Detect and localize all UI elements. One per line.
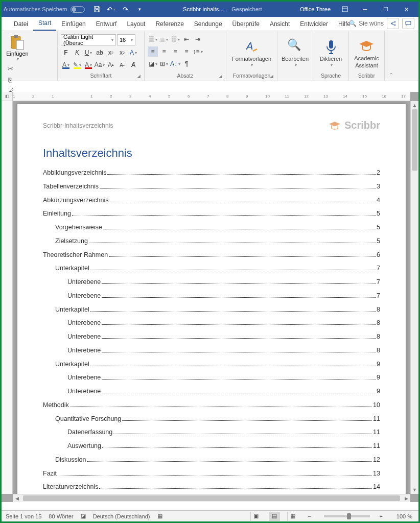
change-case-button[interactable]: Aa▾ — [95, 60, 105, 70]
align-center-button[interactable]: ≡ — [159, 46, 169, 57]
view-print-layout-icon[interactable]: ▤ — [269, 512, 280, 521]
undo-icon[interactable]: ↶▾ — [106, 4, 116, 14]
decrease-indent-button[interactable]: ⇤ — [181, 34, 192, 44]
toc-entry[interactable]: Methodik 10 — [43, 400, 380, 410]
copy-icon[interactable]: ⎘ — [5, 75, 16, 85]
toc-entry[interactable]: Unterebene 9 — [43, 373, 380, 383]
maximize-icon[interactable]: ☐ — [376, 2, 396, 17]
status-language[interactable]: Deutsch (Deutschland) — [93, 513, 150, 519]
status-macro-icon[interactable]: ▦ — [157, 513, 162, 519]
toc-entry[interactable]: Zielsetzung 5 — [43, 236, 380, 246]
table-of-contents[interactable]: Abbildungsverzeichnis 2Tabellenverzeichn… — [43, 168, 380, 494]
toc-entry[interactable]: Unterebene 7 — [43, 277, 380, 287]
toc-entry[interactable]: Diskussion 12 — [43, 455, 380, 465]
scroll-left-icon[interactable]: ◀ — [13, 494, 21, 502]
zoom-level[interactable]: 100 % — [396, 513, 412, 519]
toc-entry[interactable]: Literaturverzeichnis 14 — [43, 482, 380, 492]
editing-button[interactable]: 🔍 Bearbeiten ▾ — [282, 38, 309, 67]
share-button[interactable] — [387, 18, 399, 29]
collapse-ribbon-icon[interactable]: ⌃ — [385, 31, 397, 81]
horizontal-scrollbar[interactable]: ◀ ▶ — [13, 494, 410, 502]
redo-icon[interactable]: ↷ — [121, 4, 131, 14]
toggle-switch-icon[interactable] — [71, 6, 85, 13]
vertical-scrollbar[interactable]: ▲ ▼ — [410, 101, 418, 494]
subscript-button[interactable]: x2 — [106, 47, 116, 58]
increase-indent-button[interactable]: ⇥ — [193, 34, 203, 44]
zoom-slider[interactable] — [324, 515, 370, 517]
academic-assistant-button[interactable]: Academic Assistant — [354, 38, 379, 68]
tab-entwickler[interactable]: Entwickler — [295, 18, 333, 31]
scrollbar-thumb[interactable] — [412, 109, 417, 171]
superscript-button[interactable]: x2 — [117, 47, 127, 58]
scroll-right-icon[interactable]: ▶ — [402, 494, 410, 502]
ruler-corner[interactable]: ◧ — [2, 92, 13, 101]
grow-font-button[interactable]: A▴ — [106, 60, 116, 70]
toc-entry[interactable]: Unterebene 9 — [43, 387, 380, 396]
toc-entry[interactable]: Unterkapitel 7 — [43, 264, 380, 273]
tab-start[interactable]: Start — [33, 17, 56, 31]
toc-entry[interactable]: Unterkapitel 9 — [43, 360, 380, 369]
tab-ansicht[interactable]: Ansicht — [265, 18, 295, 31]
sort-button[interactable]: A↓▾ — [170, 59, 180, 69]
highlight-button[interactable]: ✎▾ — [72, 60, 82, 70]
status-word-count[interactable]: 80 Wörter — [49, 513, 73, 519]
view-web-layout-icon[interactable]: ▦ — [287, 512, 298, 521]
toc-entry[interactable]: Unterkapitel 8 — [43, 305, 380, 315]
user-label[interactable]: Office Three — [300, 6, 331, 12]
clear-formatting-button[interactable]: A̸ — [128, 60, 138, 70]
comments-button[interactable] — [402, 18, 414, 29]
tab-einfugen[interactable]: Einfügen — [56, 18, 90, 31]
qat-customize-icon[interactable]: ▾ — [135, 4, 145, 14]
dialog-launcher-icon[interactable]: ◢ — [269, 74, 274, 79]
borders-button[interactable]: ⊞▾ — [159, 59, 169, 69]
scroll-up-icon[interactable]: ▲ — [411, 101, 418, 109]
tab-sendungen[interactable]: Sendunge — [189, 18, 227, 31]
font-fill-button[interactable]: A▾ — [61, 60, 71, 70]
zoom-slider-handle[interactable] — [347, 513, 351, 519]
numbering-button[interactable]: ≣▾ — [159, 34, 169, 44]
tell-me-search[interactable]: 🔍 Sie wüns — [349, 20, 384, 27]
align-right-button[interactable]: ≡ — [170, 46, 180, 57]
shrink-font-button[interactable]: A▾ — [117, 60, 127, 70]
scroll-down-icon[interactable]: ▼ — [411, 486, 418, 494]
toc-entry[interactable]: Theoretischer Rahmen 6 — [43, 250, 380, 260]
paste-button[interactable]: Einfügen ▾ — [5, 34, 30, 61]
tab-datei[interactable]: Datei — [9, 18, 33, 31]
scrollbar-thumb[interactable] — [23, 495, 400, 501]
autosave-toggle[interactable]: Automatisches Speichern — [4, 6, 85, 13]
toc-entry[interactable]: Unterebene 8 — [43, 332, 380, 342]
toc-entry[interactable]: Abkürzungsverzeichnis 4 — [43, 196, 380, 205]
page-viewport[interactable]: Scribbr-Inhaltsverzeichnis Scribbr Inhal… — [13, 101, 410, 494]
shading-button[interactable]: ◪▾ — [148, 59, 158, 69]
tab-referenzen[interactable]: Referenze — [150, 18, 189, 31]
cut-icon[interactable]: ✂ — [5, 63, 16, 74]
underline-button[interactable]: U▾ — [83, 47, 94, 58]
strikethrough-button[interactable]: ab — [95, 47, 105, 58]
text-effects-button[interactable]: A▾ — [128, 47, 138, 58]
toc-entry[interactable]: Einleitung 5 — [43, 209, 380, 219]
align-left-button[interactable]: ≡ — [148, 46, 158, 57]
toc-entry[interactable]: Unterebene 7 — [43, 291, 380, 301]
bullets-button[interactable]: ☰▾ — [148, 34, 158, 44]
toc-entry[interactable]: Quantitative Forschung 11 — [43, 414, 380, 424]
horizontal-ruler[interactable]: 121123456789101112131415161718 — [2, 92, 410, 101]
font-color-button[interactable]: A▾ — [83, 60, 94, 70]
tab-layout[interactable]: Layout — [122, 18, 150, 31]
close-icon[interactable]: ✕ — [396, 2, 416, 17]
line-spacing-button[interactable]: ↕≡▾ — [193, 46, 203, 57]
show-marks-button[interactable]: ¶ — [181, 59, 192, 69]
toc-entry[interactable]: Fazit 13 — [43, 469, 380, 479]
bold-button[interactable]: F — [61, 47, 71, 58]
tab-uberprufen[interactable]: Überprüfe — [227, 18, 265, 31]
status-spellcheck-icon[interactable]: ◪ — [81, 513, 86, 519]
dictate-button[interactable]: Diktieren ▾ — [320, 38, 342, 67]
dialog-launcher-icon[interactable]: ◢ — [218, 74, 223, 79]
styles-button[interactable]: A Formatvorlagen ▾ — [232, 38, 271, 67]
view-read-mode-icon[interactable]: ▣ — [250, 512, 262, 521]
zoom-out-button[interactable]: − — [306, 513, 314, 519]
font-name-dropdown[interactable]: Calibri Light (Übersc▾ — [61, 34, 116, 45]
minimize-icon[interactable]: ─ — [355, 2, 376, 17]
document-title[interactable]: Inhaltsverzeichnis — [43, 147, 380, 160]
toc-entry[interactable]: Auswertung 11 — [43, 441, 380, 451]
toc-entry[interactable]: Tabellenverzeichnis 3 — [43, 182, 380, 192]
